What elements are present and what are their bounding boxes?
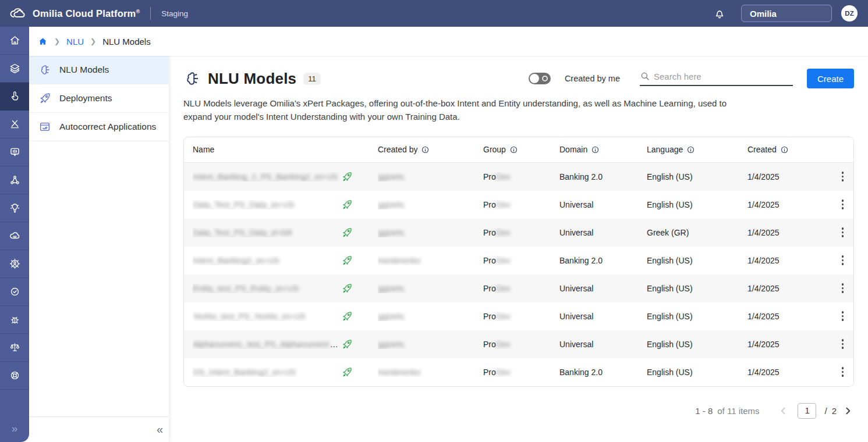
rail-compliance-scales-icon[interactable] xyxy=(0,334,29,362)
deployed-rocket-icon xyxy=(341,227,378,238)
info-icon[interactable] xyxy=(421,145,430,154)
column-header-language[interactable]: Language xyxy=(647,145,747,154)
table-row[interactable]: Intent_Banking_2_PS_Banking2_en-US ggioe… xyxy=(184,163,853,191)
brand-title: Omilia Cloud Platform® xyxy=(33,8,140,19)
models-count-badge: 11 xyxy=(303,73,321,85)
models-table: Name Created by Group Domain Language Cr… xyxy=(183,137,854,387)
organization-selector[interactable]: Omilia xyxy=(741,5,832,22)
pagination-prev-icon[interactable] xyxy=(777,404,789,417)
created-by-value: tnesterenko xyxy=(378,368,420,377)
column-header-created[interactable]: Created xyxy=(747,145,828,154)
column-header-name[interactable]: Name xyxy=(193,145,341,154)
deployed-rocket-icon xyxy=(341,255,378,266)
table-row[interactable]: Intent_Banking2_en-US tnesterenko ProDev… xyxy=(184,247,853,275)
sidebar-item-label: NLU Models xyxy=(59,65,109,75)
rail-quality-badge-icon[interactable] xyxy=(0,278,29,306)
column-header-created-by[interactable]: Created by xyxy=(378,145,483,154)
language-value: English (US) xyxy=(647,172,747,181)
table-row[interactable]: Alphanumeric_test_PS_Alphanumeric_... gg… xyxy=(184,330,853,358)
pagination-current-page[interactable]: 1 xyxy=(798,403,816,419)
main-content: NLU Models 11 Created by me Create xyxy=(169,56,868,442)
sidebar-item-autocorrect-applications[interactable]: Autocorrect Applications xyxy=(29,113,169,141)
group-value: ProDev xyxy=(483,368,559,377)
created-date-value: 1/4/2025 xyxy=(747,368,828,377)
rail-bug-testing-icon[interactable] xyxy=(0,306,29,334)
breadcrumb-link-nlu[interactable]: NLU xyxy=(66,37,84,47)
created-by-value: ggioets xyxy=(378,228,404,237)
row-actions-kebab-icon[interactable] xyxy=(842,227,844,237)
search-input[interactable] xyxy=(654,72,793,81)
rail-nlu-touch-icon[interactable] xyxy=(0,83,29,110)
breadcrumb: ❯ NLU ❯ NLU Models xyxy=(29,27,868,56)
rail-voice-assistant-icon[interactable] xyxy=(0,138,29,166)
table-body: Intent_Banking_2_PS_Banking2_en-US ggioe… xyxy=(184,163,853,386)
environment-label: Staging xyxy=(161,9,188,18)
domain-value: Banking 2.0 xyxy=(559,256,647,265)
sidebar-collapse-chevrons-icon[interactable]: « xyxy=(29,416,169,442)
created-date-value: 1/4/2025 xyxy=(747,200,828,209)
table-row[interactable]: YesNo_test_PS_YesNo_en-US ggioets ProDev… xyxy=(184,302,853,330)
rail-cloud-services-icon[interactable] xyxy=(0,222,29,250)
row-actions-kebab-icon[interactable] xyxy=(842,172,844,181)
row-actions-kebab-icon[interactable] xyxy=(842,255,844,265)
table-row[interactable]: Entity_test_PS_Entity_en-US ggioets ProD… xyxy=(184,275,853,302)
rail-expand-chevrons-icon[interactable]: » xyxy=(0,415,29,442)
rail-home-icon[interactable] xyxy=(0,27,29,55)
language-value: Greek (GR) xyxy=(647,228,747,237)
rail-user-settings-icon[interactable] xyxy=(0,250,29,278)
row-actions-kebab-icon[interactable] xyxy=(842,311,844,321)
rail-network-nodes-icon[interactable] xyxy=(0,166,29,194)
info-icon[interactable] xyxy=(509,145,518,154)
create-button[interactable]: Create xyxy=(807,69,854,88)
model-name: Data_Test_PS_Data_el-GR xyxy=(193,228,292,237)
row-actions-kebab-icon[interactable] xyxy=(842,339,844,349)
breadcrumb-home-icon[interactable] xyxy=(38,37,48,47)
language-value: English (US) xyxy=(647,284,747,293)
table-row[interactable]: OS_Intent_Banking2_en-US tnesterenko Pro… xyxy=(184,358,853,386)
page-title: NLU Models xyxy=(208,70,296,88)
created-date-value: 1/4/2025 xyxy=(747,340,828,349)
pagination-next-icon[interactable] xyxy=(841,404,854,417)
row-actions-kebab-icon[interactable] xyxy=(842,283,844,293)
info-icon[interactable] xyxy=(780,145,789,154)
sidebar-item-deployments[interactable]: Deployments xyxy=(29,84,169,113)
created-by-value: tnesterenko xyxy=(378,256,420,265)
breadcrumb-current: NLU Models xyxy=(102,37,151,47)
created-date-value: 1/4/2025 xyxy=(747,284,828,293)
column-header-group[interactable]: Group xyxy=(483,145,559,154)
pagination-separator: / xyxy=(824,406,827,416)
search-field xyxy=(640,71,793,86)
table-row[interactable]: Data_Test_PS_Data_en-US ggioets ProDev U… xyxy=(184,191,853,219)
model-name: Alphanumeric_test_PS_Alphanumeric_... xyxy=(193,340,341,349)
rail-layers-icon[interactable] xyxy=(0,55,29,83)
table-row[interactable]: Data_Test_PS_Data_el-GR ggioets ProDev U… xyxy=(184,219,853,247)
model-name: OS_Intent_Banking2_en-US xyxy=(193,368,296,377)
created-date-value: 1/4/2025 xyxy=(747,228,828,237)
column-header-domain[interactable]: Domain xyxy=(559,145,647,154)
created-date-value: 1/4/2025 xyxy=(747,256,828,265)
row-actions-kebab-icon[interactable] xyxy=(842,199,844,209)
model-name: Entity_test_PS_Entity_en-US xyxy=(193,284,299,293)
sidebar-item-nlu-models[interactable]: NLU Models xyxy=(29,56,169,84)
notifications-bell-icon[interactable] xyxy=(713,7,726,20)
page-description: NLU Models leverage Omilia's xPert Packa… xyxy=(183,97,751,124)
info-icon[interactable] xyxy=(591,145,600,154)
user-avatar[interactable]: DZ xyxy=(841,5,858,22)
row-actions-kebab-icon[interactable] xyxy=(842,367,844,377)
pagination-range: 1 - 8 xyxy=(695,406,713,416)
deployed-rocket-icon xyxy=(341,171,378,183)
model-name: Intent_Banking2_en-US xyxy=(193,256,279,265)
rail-design-tools-icon[interactable] xyxy=(0,110,29,138)
rail-support-lifebuoy-icon[interactable] xyxy=(0,362,29,390)
breadcrumb-separator-icon: ❯ xyxy=(54,37,60,45)
rail-ideas-bulb-icon[interactable] xyxy=(0,194,29,222)
info-icon[interactable] xyxy=(686,145,695,154)
created-by-me-toggle[interactable] xyxy=(529,73,551,84)
breadcrumb-separator-icon: ❯ xyxy=(90,37,96,45)
group-value: ProDev xyxy=(483,284,559,293)
created-date-value: 1/4/2025 xyxy=(747,172,828,181)
group-value: ProDev xyxy=(483,228,559,237)
icon-rail: » xyxy=(0,27,29,442)
deployed-rocket-icon xyxy=(341,338,378,350)
deployed-rocket-icon xyxy=(341,199,378,211)
